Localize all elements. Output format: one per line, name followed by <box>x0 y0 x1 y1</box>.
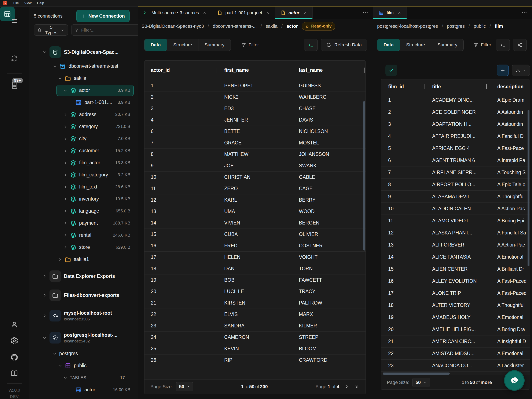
chevron-right-icon[interactable] <box>62 245 69 250</box>
vertical-scrollbar[interactable] <box>528 110 529 266</box>
table-row[interactable]: 13ALI FOREVERA Action-Pac <box>381 239 530 251</box>
vertical-scrollbar[interactable] <box>363 101 365 250</box>
table-row[interactable]: 17ALONE TRIPA Fast-Paced <box>381 287 530 299</box>
sidebar-item-postgres[interactable]: postgres <box>29 347 138 360</box>
logs-button[interactable]: 99+ <box>10 80 19 90</box>
chat-fab[interactable] <box>504 370 525 391</box>
breadcrumb-item[interactable]: sakila <box>266 24 278 29</box>
sync-icon[interactable] <box>11 55 18 62</box>
sidebar-item-city[interactable]: city7.0 KB <box>29 133 138 145</box>
breadcrumb-item[interactable]: S3-DigitalOcean-Spaces-nyc3 <box>141 24 204 29</box>
table-row[interactable]: 1PENELOPE1GUINESS <box>145 80 366 92</box>
table-row[interactable]: 6BETTENICHOLSON <box>145 126 366 137</box>
next-page-icon[interactable] <box>344 384 349 389</box>
sidebar-item-inventory[interactable]: inventory13.5 KB <box>29 193 138 205</box>
sidebar-item-sakila[interactable]: sakila <box>29 72 138 84</box>
chevron-down-icon[interactable] <box>62 88 69 93</box>
table-row[interactable]: 17HELENVOIGHT <box>145 252 366 263</box>
table-row[interactable]: 19AMADEUS HOLYA Emotional <box>381 311 530 323</box>
chevron-right-icon[interactable] <box>62 208 69 214</box>
table-row[interactable]: 8AIRPORT POLLO...A Epic Tale o <box>381 178 530 191</box>
sidebar-item-language[interactable]: language655.0 B <box>29 205 138 217</box>
last-page-icon[interactable] <box>354 384 360 389</box>
sidebar-item-data-explorer-exports[interactable]: Data Explorer Exports <box>29 268 138 284</box>
tab-actor[interactable]: actor <box>275 7 312 19</box>
sidebar-item-actor[interactable]: actor16.00 KB <box>29 384 138 396</box>
breadcrumb-item[interactable]: film <box>495 24 503 29</box>
table-row[interactable]: 2NICK2WAHLBERG <box>145 92 366 103</box>
view-tab-data[interactable]: Data <box>144 39 167 51</box>
chevron-right-icon[interactable] <box>41 293 48 298</box>
menu-help[interactable]: Help <box>34 1 47 5</box>
table-row[interactable]: 4JENNIFERDAVIS <box>145 114 366 126</box>
table-row[interactable]: 11ALAMO VIDEOT...A Boring Epi <box>381 215 530 227</box>
types-filter-dropdown[interactable]: 5 Types <box>34 24 68 36</box>
horizontal-scrollbar[interactable] <box>383 373 450 375</box>
sidebar-item-actor[interactable]: actor3.9 KB <box>29 84 138 96</box>
sidebar-item-mysql-localhost-root[interactable]: mysql-localhost-rootlocalhost:3306 <box>29 306 138 326</box>
breadcrumb-item[interactable]: postgresql-localhost-postgres <box>377 24 438 29</box>
breadcrumb-item[interactable]: postgres <box>447 24 465 29</box>
breadcrumb-item[interactable]: dbconvert-streams-... <box>213 24 257 29</box>
chevron-down-icon[interactable] <box>52 64 58 69</box>
sidebar-item-customer[interactable]: customer15.2 KB <box>29 145 138 157</box>
mid-terminal-button[interactable] <box>304 39 318 51</box>
share-button[interactable] <box>513 39 527 51</box>
new-connection-button[interactable]: New Connection <box>76 10 130 22</box>
table-row[interactable]: 16ALLEY EVOLUTIONA Fast-Paced <box>381 275 530 287</box>
table-row[interactable]: 9JOESWANK <box>145 160 366 171</box>
settings-gear-icon[interactable] <box>10 337 19 345</box>
table-row[interactable]: 7GRACEMOSTEL <box>145 137 366 149</box>
menu-view[interactable]: View <box>22 1 34 5</box>
table-row[interactable]: 13UMAWOOD <box>145 206 366 217</box>
table-row[interactable]: 3ED3CHASE <box>145 103 366 114</box>
table-row[interactable]: 16FREDCOSTNER <box>145 240 366 252</box>
export-download-button[interactable] <box>512 65 530 76</box>
more-options-icon[interactable] <box>362 10 368 16</box>
chevron-right-icon[interactable] <box>62 196 69 202</box>
close-icon[interactable] <box>397 11 401 15</box>
table-row[interactable]: 6AGENT TRUMAN 6A Intrepid Pa <box>381 154 530 166</box>
table-row[interactable]: 3ADAPTATION H...A Astoundin <box>381 118 530 130</box>
right-terminal-button[interactable] <box>496 39 510 51</box>
page-size-select[interactable]: 50 <box>412 378 430 387</box>
table-row[interactable]: 21AMERICAN CIRC...A Insightful D <box>381 335 530 347</box>
column-header-title[interactable]: title <box>425 79 487 94</box>
table-row[interactable]: 23SANDRAKILMER <box>145 320 366 332</box>
mid-filter-button[interactable]: Filter <box>241 42 259 48</box>
right-filter-button[interactable]: Filter <box>473 42 491 48</box>
chevron-right-icon[interactable] <box>62 233 69 238</box>
chevron-down-icon[interactable] <box>62 375 69 380</box>
table-row[interactable]: 15CUBAOLIVIER <box>145 229 366 240</box>
chevron-right-icon[interactable] <box>62 160 69 166</box>
table-row[interactable]: 4AFFAIR PREJUDI...A Fanciful D <box>381 130 530 142</box>
column-header-actor_id[interactable]: actor_id <box>145 61 216 80</box>
close-icon[interactable] <box>303 11 307 15</box>
chevron-right-icon[interactable] <box>62 148 69 154</box>
close-icon[interactable] <box>203 11 207 15</box>
sidebar-item-part-1-001-[interactable]: part-1-001....3.9 KB <box>29 96 138 108</box>
account-icon[interactable] <box>10 321 19 328</box>
hamburger-menu-icon[interactable] <box>11 17 18 25</box>
view-tab-structure[interactable]: Structure <box>400 39 431 51</box>
column-header-last_name[interactable]: last_name <box>291 61 365 80</box>
tab-multi-source-3-sources[interactable]: Multi-source • 3 sources <box>138 7 212 19</box>
view-tab-structure[interactable]: Structure <box>167 39 198 51</box>
sidebar-item-sakila1[interactable]: sakila1 <box>29 253 138 265</box>
table-row[interactable]: 7AIRPLANE SIERR...A Touching S <box>381 166 530 178</box>
chevron-down-icon[interactable] <box>41 49 48 55</box>
sidebar-item-store[interactable]: store629.0 B <box>29 241 138 253</box>
sidebar-item-film-category[interactable]: film_category3.2 KB <box>29 169 138 181</box>
sidebar-item-address[interactable]: address64.00 KB <box>29 396 138 399</box>
chevron-right-icon[interactable] <box>41 273 48 279</box>
sidebar-item-film-actor[interactable]: film_actor13.3 KB <box>29 157 138 169</box>
table-row[interactable]: 14VIVIENBERGEN <box>145 217 366 229</box>
table-row[interactable]: 2ACE GOLDFINGERA Astoundin <box>381 106 530 118</box>
page-size-select[interactable]: 50 <box>176 382 193 391</box>
chevron-down-icon[interactable] <box>57 363 63 368</box>
view-tab-data[interactable]: Data <box>377 39 400 51</box>
refresh-data-button[interactable]: Refresh Data <box>321 39 367 51</box>
chevron-right-icon[interactable] <box>57 257 63 262</box>
table-row[interactable]: 21KIRSTENPALTROW <box>145 297 366 309</box>
more-options-icon[interactable] <box>521 10 527 16</box>
